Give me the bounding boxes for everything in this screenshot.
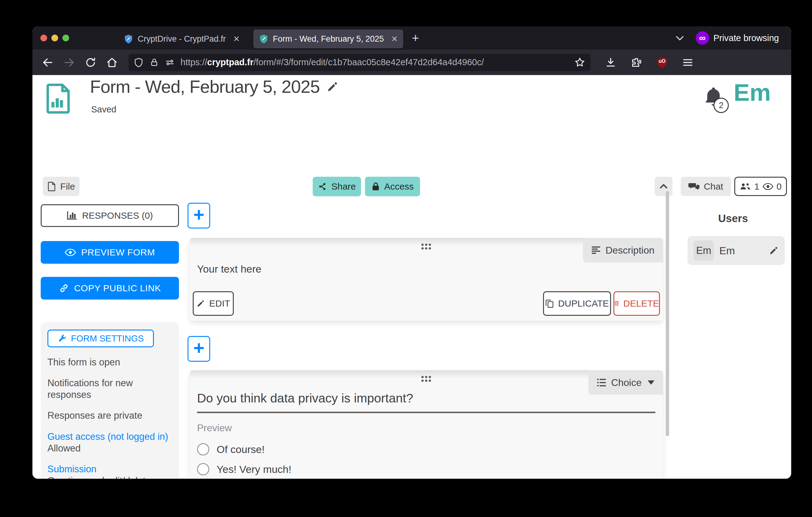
choice-option-label: Yes! Very much! [216,463,291,475]
private-browsing-indicator: ∞ Private browsing [696,31,779,45]
form-document-icon [47,84,71,114]
form-settings-label: FORM SETTINGS [71,333,144,344]
eye-icon [64,248,76,257]
chat-label: Chat [704,181,723,192]
private-browsing-label: Private browsing [714,33,779,43]
radio-button[interactable] [197,443,209,456]
tab-title: CryptDrive - CryptPad.fr [138,34,226,44]
share-button[interactable]: Share [313,177,361,196]
drag-handle-icon[interactable] [421,376,432,382]
edit-name-pencil-icon[interactable] [769,246,779,255]
url-protocol: https:// [180,57,207,67]
guest-access-link[interactable]: Guest access (not logged in) [48,431,172,442]
chat-bubbles-icon [688,182,699,191]
rename-pencil-icon[interactable] [326,81,339,93]
guest-access-value: Allowed [48,442,172,454]
url-bar[interactable]: https://cryptpad.fr/form/#/3/form/edit/c… [128,54,590,71]
add-block-button[interactable]: + [187,203,210,228]
question-underline [197,412,655,413]
block-type-tab[interactable]: Choice [588,370,663,395]
edit-button[interactable]: EDIT [193,291,234,316]
close-window-button[interactable] [40,35,47,42]
menu-hamburger-icon[interactable] [682,56,694,69]
file-icon [48,182,56,191]
responses-label: RESPONSES (0) [82,211,153,221]
duplicate-icon [545,299,554,308]
file-menu-button[interactable]: File [43,177,80,196]
add-block-button[interactable]: + [187,336,210,362]
notifications-status: Notifications for new responses [48,377,172,401]
downloads-icon[interactable] [605,56,617,69]
reload-button[interactable] [84,56,97,69]
tracking-shield-icon[interactable] [134,57,144,68]
preview-form-label: PREVIEW FORM [81,247,155,257]
block-type-tab[interactable]: Description [583,238,663,263]
tab-cryptdrive[interactable]: CryptDrive - CryptPad.fr ✕ [118,29,245,48]
minimize-window-button[interactable] [51,35,58,42]
notification-count-badge: 2 [714,98,729,113]
responses-privacy-status: Responses are private [48,410,172,421]
block-actions: EDIT DUPLICATE DELETE [190,291,663,316]
choice-list-icon [597,378,606,387]
pencil-icon [196,299,205,308]
description-icon [591,246,601,254]
permissions-icon[interactable] [165,57,175,68]
tab-close-icon[interactable]: ✕ [233,34,240,44]
navigation-bar: https://cryptpad.fr/form/#/3/form/edit/c… [32,50,791,75]
home-button[interactable] [106,56,118,69]
delete-button[interactable]: DELETE [613,291,660,316]
chevron-down-icon [648,380,655,385]
duplicate-label: DUPLICATE [558,298,609,309]
radio-button[interactable] [197,463,209,475]
tab-form[interactable]: Form - Wed, February 5, 2025 ✕ [253,29,403,48]
preview-form-button[interactable]: PREVIEW FORM [41,241,179,264]
save-status: Saved [91,104,116,114]
document-title: Form - Wed, February 5, 2025 [90,76,339,97]
ublock-origin-icon[interactable]: uO [656,56,668,69]
chat-button[interactable]: Chat [681,177,731,196]
extensions-puzzle-icon[interactable] [630,56,642,69]
drag-handle-icon[interactable] [421,244,432,250]
lock-icon[interactable] [149,58,159,67]
submission-link[interactable]: Submission [48,463,172,475]
block-type-label: Choice [611,377,642,388]
collapse-toolbar-button[interactable] [655,177,672,196]
user-name: Em [719,245,735,257]
tab-list-chevron-icon[interactable] [674,32,685,44]
duplicate-button[interactable]: DUPLICATE [543,291,611,316]
scrollbar-thumb[interactable] [666,191,669,436]
copy-public-link-button[interactable]: COPY PUBLIC LINK [41,277,179,300]
description-block: Description Your text here EDIT DUPLICAT… [190,238,663,321]
question-text[interactable]: Do you think data privacy is important? [197,391,413,406]
editors-count: 1 [754,181,759,192]
bookmark-star-icon[interactable] [574,57,586,68]
responses-button[interactable]: RESPONSES (0) [41,204,179,227]
users-panel-title: Users [675,212,791,224]
user-avatar[interactable]: Em [734,79,771,107]
forward-button[interactable] [63,56,75,69]
access-button[interactable]: Access [365,177,420,196]
browser-window: CryptDrive - CryptPad.fr ✕ Form - Wed, F… [32,26,791,479]
viewers-count: 0 [777,181,782,192]
user-list-item: Em Em [688,236,785,265]
cryptpad-app: Form - Wed, February 5, 2025 Saved 2 Em … [32,75,791,479]
notifications-button[interactable]: 2 [702,85,726,112]
user-count-button[interactable]: 1 0 [734,177,787,196]
choice-option: Of course! [197,443,265,456]
choice-option-label: Of course! [216,443,265,456]
form-settings-panel: FORM SETTINGS This form is open Notifica… [41,322,179,479]
url-path: /form/#/3/form/edit/c1b7baac05c8e42ef47d… [254,57,484,67]
choice-option: Yes! Very much! [197,463,291,475]
choice-block: Choice Do you think data privacy is impo… [190,370,663,479]
preview-label: Preview [197,423,232,434]
form-settings-button[interactable]: FORM SETTINGS [48,330,154,347]
tab-close-icon[interactable]: ✕ [391,34,398,44]
back-button[interactable] [41,56,54,69]
trash-icon [614,299,619,308]
block-type-label: Description [606,245,655,256]
zoom-window-button[interactable] [62,35,69,42]
eye-icon [762,182,774,191]
cryptpad-shield-icon [259,34,269,44]
new-tab-button[interactable]: + [412,32,419,44]
share-icon [318,182,327,191]
